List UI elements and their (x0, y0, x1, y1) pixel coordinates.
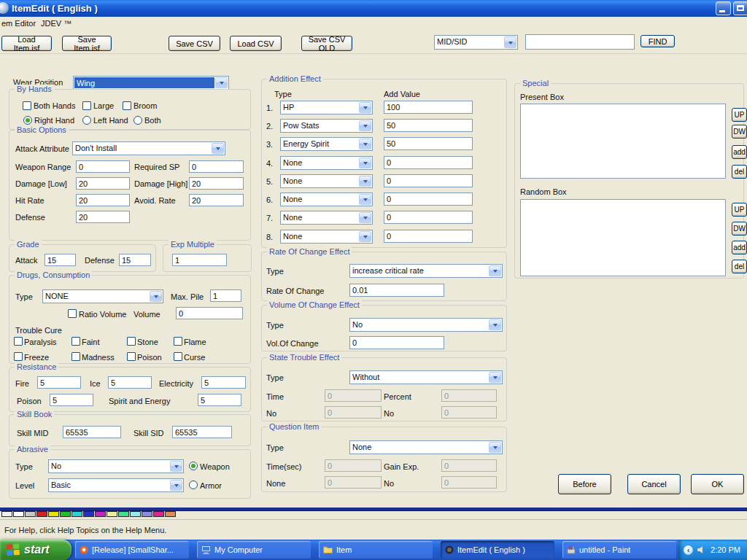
addition-type-combo-8[interactable]: None (280, 230, 373, 244)
color-swatch[interactable] (1, 511, 12, 517)
abrasive-type-combo[interactable]: No (48, 459, 184, 473)
addition-type-combo-3[interactable]: Energy Spirit (280, 137, 373, 151)
armor-radio[interactable] (189, 481, 198, 489)
freeze-checkbox[interactable] (14, 352, 23, 361)
paralysis-checkbox[interactable] (14, 337, 23, 346)
broom-checkbox[interactable] (123, 101, 131, 110)
hit-rate-input[interactable] (76, 194, 130, 206)
menu-jdev[interactable]: JDEV ™ (41, 19, 71, 28)
damage-high-input[interactable] (189, 177, 244, 190)
color-swatch[interactable] (71, 511, 82, 517)
rate-type-combo[interactable]: increase critical rate (349, 264, 503, 278)
start-button[interactable]: start (0, 540, 71, 560)
attack-attribute-combo[interactable]: Don't Install (72, 141, 225, 155)
addition-value-input-4[interactable] (384, 156, 473, 169)
avoid-rate-input[interactable] (189, 194, 244, 206)
grade-defense-input[interactable] (119, 254, 151, 266)
minimize-button[interactable] (716, 1, 731, 15)
grade-attack-input[interactable] (44, 254, 76, 266)
drugs-type-combo[interactable]: NONE (42, 289, 163, 303)
color-swatch[interactable] (153, 511, 164, 517)
present-box-list[interactable] (520, 104, 726, 179)
color-swatch[interactable] (142, 511, 152, 517)
random-up-button[interactable]: UP (732, 203, 747, 217)
color-swatch[interactable] (130, 511, 141, 517)
both-radio[interactable] (133, 116, 142, 125)
abrasive-level-combo[interactable]: Basic (48, 478, 184, 492)
chevron-left-icon[interactable]: ‹ (684, 545, 693, 555)
weapon-range-input[interactable] (76, 160, 130, 173)
taskbar-task-itemedit[interactable]: ItemEdit ( English ) (441, 541, 554, 559)
addition-value-input-6[interactable] (384, 192, 473, 206)
volume-input[interactable] (176, 307, 243, 319)
addition-value-input-2[interactable] (384, 119, 473, 132)
flame-checkbox[interactable] (174, 337, 182, 346)
rate-of-change-input[interactable] (349, 284, 444, 297)
ok-button[interactable]: OK (691, 474, 744, 494)
addition-type-combo-5[interactable]: None (280, 174, 373, 188)
weapon-radio[interactable] (189, 462, 198, 470)
addition-value-input-3[interactable] (384, 137, 473, 150)
electricity-input[interactable] (201, 376, 246, 389)
stone-checkbox[interactable] (127, 337, 136, 346)
find-button[interactable]: FIND (640, 35, 675, 47)
color-swatch[interactable] (107, 511, 117, 517)
addition-type-combo-2[interactable]: Pow Stats (280, 119, 373, 133)
search-input[interactable] (525, 34, 635, 50)
addition-value-input-7[interactable] (384, 211, 473, 224)
poison-checkbox[interactable] (127, 352, 136, 361)
random-down-button[interactable]: DW (732, 222, 747, 236)
addition-type-combo-7[interactable]: None (280, 211, 373, 225)
addition-type-combo-6[interactable]: None (280, 192, 373, 206)
cancel-button[interactable]: Cancel (627, 474, 681, 494)
ice-input[interactable] (108, 376, 152, 389)
wear-position-combo[interactable]: Wing (73, 76, 229, 90)
taskbar-task-paint[interactable]: untitled - Paint (562, 541, 676, 559)
large-checkbox[interactable] (82, 101, 91, 110)
color-swatch[interactable] (48, 511, 59, 517)
ratio-volume-checkbox[interactable] (68, 309, 77, 318)
search-mode-combo[interactable]: MID/SID (434, 35, 518, 50)
maximize-button[interactable] (733, 1, 747, 15)
volume-icon[interactable] (697, 545, 705, 554)
spirit-energy-input[interactable] (198, 394, 241, 406)
present-down-button[interactable]: DW (732, 125, 747, 139)
addition-type-combo-4[interactable]: None (280, 156, 373, 170)
state-type-combo[interactable]: Without (349, 370, 503, 384)
taskbar-task-my-computer[interactable]: My Computer (197, 541, 311, 559)
question-type-combo[interactable]: None (349, 440, 503, 454)
present-add-button[interactable]: add (732, 145, 747, 159)
color-swatch[interactable] (36, 511, 47, 517)
color-swatch[interactable] (95, 511, 106, 517)
menu-item-editor[interactable]: em Editor (1, 19, 36, 28)
addition-value-input-5[interactable] (384, 174, 473, 187)
volume-type-combo[interactable]: No (349, 318, 503, 332)
madness-checkbox[interactable] (71, 352, 80, 361)
right-hand-radio[interactable] (23, 116, 32, 125)
present-up-button[interactable]: UP (732, 108, 747, 122)
fire-input[interactable] (37, 376, 81, 389)
random-del-button[interactable]: del (732, 260, 747, 273)
curse-checkbox[interactable] (174, 352, 182, 361)
poison-resist-input[interactable] (50, 394, 93, 406)
save-item-isf-button[interactable]: Save Item.isf (62, 36, 112, 51)
required-sp-input[interactable] (189, 160, 244, 173)
save-csv-old-button[interactable]: Save CSV OLD (301, 36, 352, 51)
save-csv-button[interactable]: Save CSV (169, 36, 220, 51)
both-hands-checkbox[interactable] (23, 101, 31, 110)
color-swatch[interactable] (165, 511, 176, 517)
color-swatch[interactable] (83, 511, 94, 517)
color-swatch[interactable] (60, 511, 71, 517)
color-swatch[interactable] (118, 511, 129, 517)
random-add-button[interactable]: add (732, 241, 747, 254)
defense-input[interactable] (76, 211, 130, 223)
damage-low-input[interactable] (76, 177, 130, 190)
faint-checkbox[interactable] (71, 337, 80, 346)
skill-sid-input[interactable] (172, 426, 232, 438)
before-button[interactable]: Before (558, 474, 611, 494)
present-del-button[interactable]: del (732, 165, 747, 179)
vol-of-change-input[interactable] (349, 336, 444, 349)
load-item-isf-button[interactable]: Load Item.isf (1, 36, 52, 51)
addition-value-input-1[interactable] (384, 101, 473, 114)
max-pile-input[interactable] (210, 289, 241, 302)
